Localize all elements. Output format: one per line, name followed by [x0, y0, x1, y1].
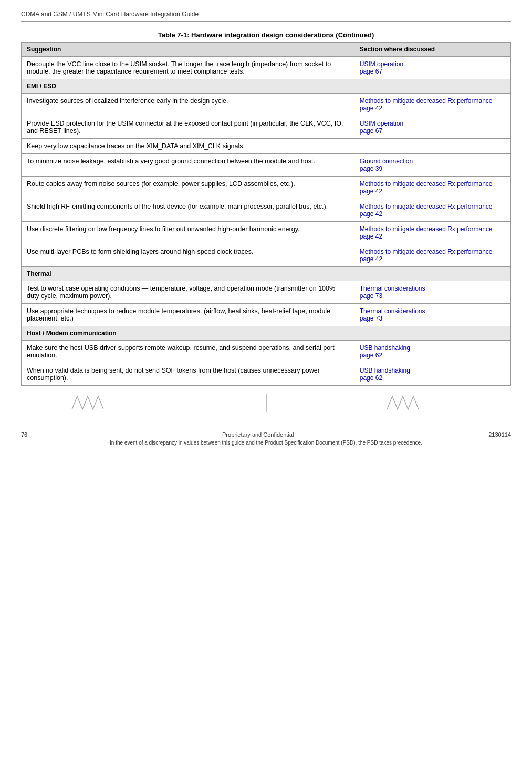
section-link-text: USB handshaking — [360, 367, 505, 374]
section-cell[interactable]: Methods to mitigate decreased Rx perform… — [354, 222, 510, 244]
table-row: To minimize noise leakage, establish a v… — [22, 154, 511, 177]
section-page-ref: page 67 — [360, 127, 505, 135]
section-cell[interactable]: USIM operationpage 67 — [354, 57, 510, 79]
section-header-row: EMI / ESD — [22, 79, 511, 94]
suggestion-cell: Keep very low capacitance traces on the … — [22, 139, 354, 154]
suggestion-cell: Decouple the VCC line close to the USIM … — [22, 57, 354, 79]
table-row: Keep very low capacitance traces on the … — [22, 139, 511, 154]
col-suggestion-header: Suggestion — [22, 43, 354, 57]
section-cell[interactable]: Thermal considerationspage 73 — [354, 304, 510, 326]
section-link-text: USIM operation — [360, 60, 505, 68]
section-cell[interactable]: Methods to mitigate decreased Rx perform… — [354, 244, 510, 267]
section-cell[interactable] — [354, 139, 510, 154]
decorative-waves — [21, 391, 511, 412]
section-cell[interactable]: USIM operationpage 67 — [354, 116, 510, 139]
section-page-ref: page 42 — [360, 188, 505, 195]
page-header: CDMA and GSM / UMTS Mini Card Hardware I… — [21, 11, 511, 22]
table-row: Make sure the host USB driver supports r… — [22, 341, 511, 363]
section-link-text: Methods to mitigate decreased Rx perform… — [360, 97, 505, 105]
section-page-ref: page 62 — [360, 374, 505, 382]
table-row: Use appropriate techniques to reduce mod… — [22, 304, 511, 326]
section-header-label: EMI / ESD — [22, 79, 511, 94]
section-cell[interactable]: Thermal considerationspage 73 — [354, 281, 510, 304]
section-page-ref: page 42 — [360, 210, 505, 218]
table-row: Investigate sources of localized interfe… — [22, 94, 511, 116]
suggestion-cell: To minimize noise leakage, establish a v… — [22, 154, 354, 177]
suggestion-cell: Use discrete filtering on low frequency … — [22, 222, 354, 244]
suggestion-cell: Test to worst case operating conditions … — [22, 281, 354, 304]
section-cell[interactable]: USB handshakingpage 62 — [354, 363, 510, 386]
footer-note: In the event of a discrepancy in values … — [21, 440, 511, 446]
table-row: Shield high RF-emitting components of th… — [22, 199, 511, 222]
section-cell[interactable]: USB handshakingpage 62 — [354, 341, 510, 363]
section-header-row: Thermal — [22, 267, 511, 281]
suggestion-cell: Investigate sources of localized interfe… — [22, 94, 354, 116]
section-cell[interactable]: Methods to mitigate decreased Rx perform… — [354, 94, 510, 116]
table-row: Use discrete filtering on low frequency … — [22, 222, 511, 244]
table-row: Use multi-layer PCBs to form shielding l… — [22, 244, 511, 267]
section-page-ref: page 73 — [360, 315, 505, 322]
suggestion-cell: Provide ESD protection for the USIM conn… — [22, 116, 354, 139]
footer-center-text: Proprietary and Confidential — [222, 431, 294, 438]
suggestion-cell: Use multi-layer PCBs to form shielding l… — [22, 244, 354, 267]
section-page-ref: page 42 — [360, 105, 505, 112]
suggestion-cell: Use appropriate techniques to reduce mod… — [22, 304, 354, 326]
main-table: Suggestion Section where discussed Decou… — [21, 42, 511, 386]
table-row: Provide ESD protection for the USIM conn… — [22, 116, 511, 139]
section-cell[interactable]: Methods to mitigate decreased Rx perform… — [354, 199, 510, 222]
section-link-text: USIM operation — [360, 120, 505, 127]
footer-doc-number: 2130114 — [488, 431, 511, 438]
section-page-ref: page 42 — [360, 233, 505, 240]
section-link-text: Methods to mitigate decreased Rx perform… — [360, 203, 505, 210]
suggestion-cell: Shield high RF-emitting components of th… — [22, 199, 354, 222]
table-row: Decouple the VCC line close to the USIM … — [22, 57, 511, 79]
suggestion-cell: Make sure the host USB driver supports r… — [22, 341, 354, 363]
section-cell[interactable]: Methods to mitigate decreased Rx perform… — [354, 177, 510, 199]
section-header-label: Thermal — [22, 267, 511, 281]
table-title: Table 7-1: Hardware integration design c… — [21, 31, 511, 39]
page-footer: 76 Proprietary and Confidential 2130114 — [21, 428, 511, 438]
section-page-ref: page 42 — [360, 255, 505, 263]
section-link-text: USB handshaking — [360, 344, 505, 352]
table-row: Route cables away from noise sources (fo… — [22, 177, 511, 199]
section-link-text: Methods to mitigate decreased Rx perform… — [360, 248, 505, 255]
suggestion-cell: Route cables away from noise sources (fo… — [22, 177, 354, 199]
footer-page-number: 76 — [21, 431, 27, 438]
section-page-ref: page 39 — [360, 165, 505, 172]
section-link-text: Thermal considerations — [360, 307, 505, 315]
table-row: Test to worst case operating conditions … — [22, 281, 511, 304]
section-link-text: Ground connection — [360, 158, 505, 165]
section-link-text: Methods to mitigate decreased Rx perform… — [360, 225, 505, 233]
section-header-row: Host / Modem communication — [22, 326, 511, 341]
suggestion-cell: When no valid data is being sent, do not… — [22, 363, 354, 386]
section-page-ref: page 62 — [360, 352, 505, 359]
section-page-ref: page 67 — [360, 68, 505, 75]
section-cell[interactable]: Ground connectionpage 39 — [354, 154, 510, 177]
wave-svg — [30, 391, 503, 412]
section-link-text: Methods to mitigate decreased Rx perform… — [360, 180, 505, 188]
section-link-text: Thermal considerations — [360, 285, 505, 292]
table-row: When no valid data is being sent, do not… — [22, 363, 511, 386]
section-page-ref: page 73 — [360, 292, 505, 300]
section-header-label: Host / Modem communication — [22, 326, 511, 341]
col-section-header: Section where discussed — [354, 43, 510, 57]
